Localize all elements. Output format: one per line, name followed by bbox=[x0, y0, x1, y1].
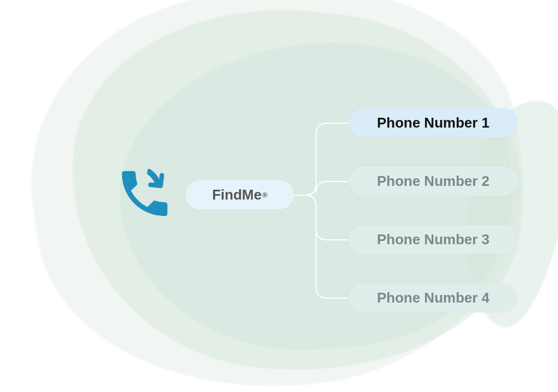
option-pill-1: Phone Number 1 bbox=[349, 108, 518, 137]
option-label: Phone Number 4 bbox=[377, 290, 490, 306]
option-label: Phone Number 3 bbox=[377, 231, 490, 248]
hub-trademark: ® bbox=[262, 191, 268, 199]
option-pill-2: Phone Number 2 bbox=[349, 166, 518, 196]
option-pill-4: Phone Number 4 bbox=[349, 283, 518, 312]
option-label: Phone Number 1 bbox=[377, 114, 490, 131]
hub-label: FindMe bbox=[212, 186, 262, 203]
option-label: Phone Number 2 bbox=[377, 173, 490, 190]
hub-pill: FindMe® bbox=[185, 180, 294, 209]
call-forward-icon bbox=[114, 164, 174, 224]
diagram-stage: FindMe® Phone Number 1 Phone Number 2 Ph… bbox=[0, 0, 558, 392]
option-pill-3: Phone Number 3 bbox=[349, 225, 518, 254]
